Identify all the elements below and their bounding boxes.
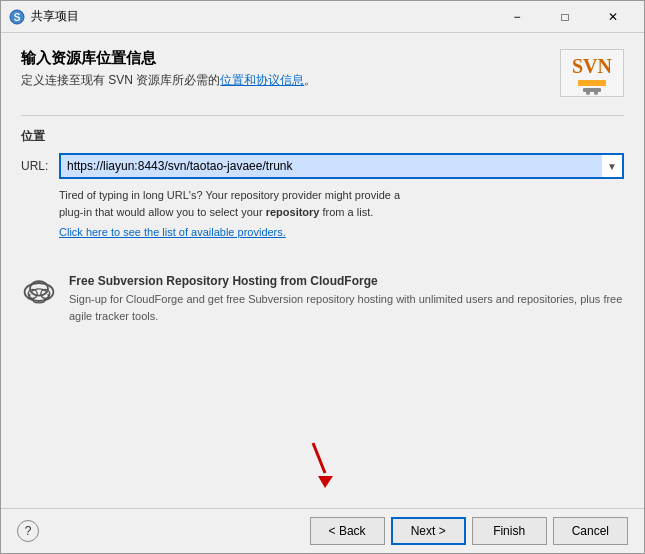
help-button[interactable]: ? (17, 520, 39, 542)
subtitle-text: 定义连接至现有 SVN 资源库所必需的 (21, 73, 220, 87)
header-left: 输入资源库位置信息 定义连接至现有 SVN 资源库所必需的位置和协议信息。 (21, 49, 550, 89)
page-header: 输入资源库位置信息 定义连接至现有 SVN 资源库所必需的位置和协议信息。 SV… (21, 49, 624, 97)
cloudforge-section: Free Subversion Repository Hosting from … (21, 274, 624, 334)
content-area: 输入资源库位置信息 定义连接至现有 SVN 资源库所必需的位置和协议信息。 SV… (1, 33, 644, 508)
minimize-button[interactable]: − (494, 2, 540, 32)
cancel-button[interactable]: Cancel (553, 517, 628, 545)
cloudforge-icon (21, 274, 57, 310)
cloudforge-description: Sign-up for CloudForge and get free Subv… (69, 291, 624, 324)
footer-left: ? (17, 520, 39, 542)
subtitle-highlight: 位置和协议信息 (220, 73, 304, 87)
hint-text: Tired of typing in long URL's? Your repo… (59, 187, 624, 220)
hint-text-part1: Tired of typing in long URL's? Your repo… (59, 189, 400, 201)
back-button[interactable]: < Back (310, 517, 385, 545)
next-arrow (283, 438, 343, 492)
title-bar-controls: − □ ✕ (494, 2, 636, 32)
spacer (21, 334, 624, 442)
title-bar: S 共享项目 − □ ✕ (1, 1, 644, 33)
window-title: 共享项目 (31, 8, 494, 25)
hint-text-bold: repository (266, 206, 320, 218)
svg-line-6 (313, 443, 325, 473)
url-input[interactable] (61, 155, 602, 177)
page-subtitle: 定义连接至现有 SVN 资源库所必需的位置和协议信息。 (21, 72, 550, 89)
hint-text-part2: plug-in that would allow you to select y… (59, 206, 266, 218)
close-button[interactable]: ✕ (590, 2, 636, 32)
url-dropdown-button[interactable]: ▼ (602, 155, 622, 177)
footer-buttons: < Back Next > Finish Cancel (310, 517, 628, 545)
svn-logo: SVN (560, 49, 624, 97)
subtitle-end: 。 (304, 73, 316, 87)
title-bar-icon: S (9, 9, 25, 25)
url-row: URL: ▼ (21, 153, 624, 179)
page-title: 输入资源库位置信息 (21, 49, 550, 68)
cloudforge-text: Free Subversion Repository Hosting from … (69, 274, 624, 324)
svg-marker-7 (318, 476, 333, 488)
maximize-button[interactable]: □ (542, 2, 588, 32)
next-button[interactable]: Next > (391, 517, 466, 545)
providers-link[interactable]: Click here to see the list of available … (59, 226, 624, 238)
cloudforge-title: Free Subversion Repository Hosting from … (69, 274, 624, 288)
svg-text:S: S (14, 12, 21, 23)
main-window: S 共享项目 − □ ✕ 输入资源库位置信息 定义连接至现有 SVN 资源库所必… (0, 0, 645, 554)
footer: ? < Back Next > Finish Cancel (1, 508, 644, 553)
header-divider (21, 115, 624, 116)
hint-text-part3: from a list. (319, 206, 373, 218)
section-label: 位置 (21, 128, 624, 145)
finish-button[interactable]: Finish (472, 517, 547, 545)
arrow-area (21, 442, 624, 492)
url-input-container: ▼ (59, 153, 624, 179)
url-label: URL: (21, 159, 51, 173)
